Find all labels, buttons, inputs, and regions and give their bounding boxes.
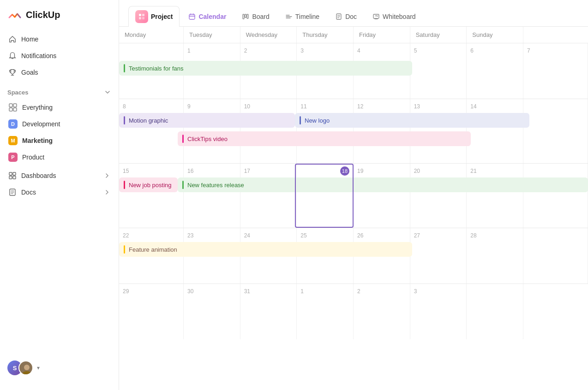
svg-rect-7 bbox=[13, 176, 16, 179]
cal-cell-w3-mon[interactable]: 15 bbox=[119, 164, 184, 228]
spaces-label: Spaces bbox=[7, 89, 29, 96]
date-13: 13 bbox=[414, 103, 420, 110]
event-accent bbox=[124, 245, 125, 254]
sidebar-item-product[interactable]: P Product bbox=[4, 149, 115, 165]
date-22: 22 bbox=[123, 232, 129, 239]
cal-cell-w2-sun[interactable]: 14 bbox=[467, 99, 523, 163]
tab-calendar[interactable]: Calendar bbox=[181, 9, 233, 24]
event-accent bbox=[124, 181, 125, 189]
day-header-thursday: Thursday bbox=[297, 27, 354, 43]
svg-rect-6 bbox=[9, 176, 12, 179]
svg-rect-11 bbox=[139, 14, 141, 16]
svg-rect-17 bbox=[245, 14, 246, 18]
cal-cell-w3-thu[interactable]: 18 bbox=[297, 164, 354, 228]
calendar-area: Monday Tuesday Wednesday Thursday Friday… bbox=[119, 27, 588, 390]
date-19: 19 bbox=[357, 168, 363, 174]
event-jobposting-label: New job posting bbox=[129, 182, 172, 189]
event-clicktips[interactable]: ClickTips video bbox=[178, 131, 471, 146]
cal-cell-w5-mon[interactable]: 29 bbox=[119, 284, 184, 339]
calendar-week-3: 15 16 17 18 19 20 21 New job posting bbox=[119, 164, 588, 228]
sidebar-collapse-section: Dashboards Docs bbox=[0, 166, 119, 203]
spaces-section-header: Spaces bbox=[0, 81, 119, 100]
cal-cell-w5-sat[interactable]: 3 bbox=[410, 284, 467, 339]
day-header-sunday: Sunday bbox=[467, 27, 523, 43]
svg-rect-0 bbox=[9, 104, 12, 107]
event-accent bbox=[300, 116, 301, 124]
cal-cell-w4-sat[interactable]: 27 bbox=[410, 228, 467, 284]
home-icon bbox=[8, 35, 17, 43]
event-newlogo[interactable]: New logo bbox=[295, 113, 529, 128]
event-jobposting[interactable]: New job posting bbox=[119, 177, 178, 192]
cal-cell-w5-sun[interactable] bbox=[467, 284, 523, 339]
tab-board[interactable]: Board bbox=[235, 9, 276, 24]
date-2: 2 bbox=[244, 47, 247, 54]
development-dot: D bbox=[8, 119, 18, 129]
cal-cell-w5-extra[interactable] bbox=[523, 284, 588, 339]
notifications-label: Notifications bbox=[21, 52, 56, 59]
trophy-icon bbox=[8, 68, 17, 77]
sidebar-item-dashboards[interactable]: Dashboards bbox=[4, 168, 115, 183]
cal-cell-w3-extra[interactable] bbox=[523, 164, 588, 228]
day-header-overflow bbox=[523, 27, 588, 43]
tab-timeline[interactable]: Timeline bbox=[278, 9, 326, 24]
day-header-friday: Friday bbox=[354, 27, 410, 43]
date-9: 9 bbox=[187, 103, 191, 110]
whiteboard-icon bbox=[372, 13, 380, 20]
user-menu-chevron[interactable]: ▾ bbox=[37, 365, 40, 371]
sidebar-item-home[interactable]: Home bbox=[4, 31, 115, 47]
cal-cell-w3-sun[interactable]: 21 bbox=[467, 164, 523, 228]
sidebar-item-everything[interactable]: Everything bbox=[4, 100, 115, 115]
sidebar-item-marketing[interactable]: M Marketing bbox=[4, 133, 115, 148]
day-header-monday: Monday bbox=[119, 27, 184, 43]
sidebar-item-notifications[interactable]: Notifications bbox=[4, 48, 115, 64]
sidebar-item-docs[interactable]: Docs bbox=[4, 184, 115, 200]
spaces-list: Everything D Development M Marketing P P… bbox=[0, 100, 119, 166]
day-header-saturday: Saturday bbox=[410, 27, 467, 43]
tab-calendar-label: Calendar bbox=[198, 13, 226, 20]
cal-cell-w1-sun[interactable]: 6 bbox=[467, 43, 523, 99]
date-24: 24 bbox=[244, 232, 250, 239]
calendar-week-1: 1 2 3 4 5 6 7 Testimonials for fans bbox=[119, 43, 588, 99]
event-testimonials[interactable]: Testimonials for fans bbox=[119, 61, 412, 76]
cal-cell-w4-extra[interactable] bbox=[523, 228, 588, 284]
date-26: 26 bbox=[357, 232, 363, 239]
cal-cell-w3-fri[interactable]: 19 bbox=[354, 164, 410, 228]
date-16: 16 bbox=[187, 168, 193, 174]
expand-icon-2 bbox=[104, 189, 110, 195]
event-features[interactable]: New features release bbox=[178, 177, 588, 192]
event-motion[interactable]: Motion graphic bbox=[119, 113, 295, 128]
cal-cell-w3-sat[interactable]: 20 bbox=[410, 164, 467, 228]
app-name: ClickUp bbox=[26, 10, 60, 20]
date-6: 6 bbox=[470, 47, 474, 54]
cal-cell-w1-sat[interactable]: 5 bbox=[410, 43, 467, 99]
tab-whiteboard[interactable]: Whiteboard bbox=[366, 9, 423, 24]
tab-project[interactable]: Project bbox=[128, 6, 180, 27]
cal-cell-w2-mon[interactable]: 8 bbox=[119, 99, 184, 163]
sidebar-item-goals[interactable]: Goals bbox=[4, 65, 115, 80]
svg-rect-18 bbox=[247, 14, 248, 18]
chevron-down-icon[interactable] bbox=[104, 89, 111, 96]
cal-cell-w5-wed[interactable]: 31 bbox=[240, 284, 297, 339]
tab-board-label: Board bbox=[252, 13, 269, 20]
cal-cell-w5-fri[interactable]: 2 bbox=[354, 284, 410, 339]
sidebar-footer: S ▾ bbox=[0, 353, 119, 383]
sidebar-item-development[interactable]: D Development bbox=[4, 116, 115, 132]
date-1b: 1 bbox=[300, 288, 304, 295]
cal-cell-w5-thu[interactable]: 1 bbox=[297, 284, 354, 339]
tab-doc[interactable]: Doc bbox=[328, 9, 364, 24]
cal-cell-w4-sun[interactable]: 28 bbox=[467, 228, 523, 284]
home-label: Home bbox=[21, 35, 38, 43]
date-3: 3 bbox=[300, 47, 304, 54]
cal-cell-w5-tue[interactable]: 30 bbox=[184, 284, 240, 339]
product-label: Product bbox=[22, 154, 44, 161]
cal-cell-w1-extra[interactable]: 7 bbox=[523, 43, 588, 99]
cal-cell-w3-tue[interactable]: 16 bbox=[184, 164, 240, 228]
docs-icon bbox=[8, 188, 17, 196]
cal-cell-w3-wed[interactable]: 17 bbox=[240, 164, 297, 228]
sidebar: ClickUp Home Notifications Goals bbox=[0, 0, 119, 390]
event-accent bbox=[124, 64, 125, 72]
event-animation[interactable]: Feature animation bbox=[119, 242, 412, 257]
cal-cell-w2-extra[interactable] bbox=[523, 99, 588, 163]
date-7: 7 bbox=[527, 47, 530, 54]
date-10: 10 bbox=[244, 103, 250, 110]
